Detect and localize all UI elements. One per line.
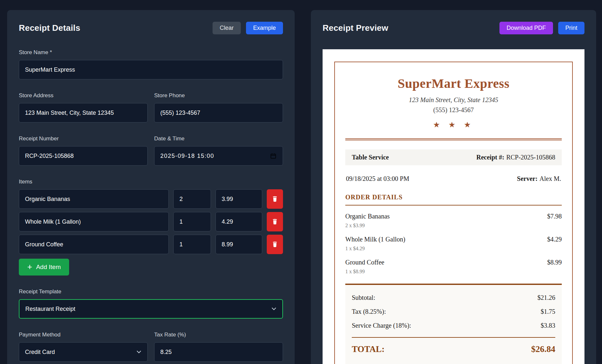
order-details-divider (345, 205, 562, 205)
item-qty-input[interactable] (173, 189, 211, 209)
store-name-label: Store Name * (19, 49, 283, 56)
service-charge-label: Service Charge (18%): (352, 322, 411, 329)
order-details-heading: ORDER DETAILS (345, 194, 562, 201)
item-price-input[interactable] (215, 189, 262, 209)
receipt-item: Whole Milk (1 Gallon) $4.29 1 x $4.29 (345, 236, 562, 252)
receipt-number-input[interactable] (19, 146, 148, 166)
download-pdf-button[interactable]: Download PDF (499, 22, 553, 34)
store-address-field: Store Address (19, 92, 148, 123)
preview-header: Receipt Preview Download PDF Print (323, 22, 584, 34)
item-row (19, 212, 283, 231)
item-qty-input[interactable] (173, 235, 211, 254)
receipt-template-select[interactable]: Restaurant Receipt (19, 299, 283, 319)
tax-rate-field: Tax Rate (%) (154, 332, 283, 362)
app-root: Receipt Details Clear Example Store Name… (0, 0, 602, 364)
store-address-input[interactable] (19, 103, 148, 123)
server-label: Server: (517, 175, 537, 182)
total-amount: $26.84 (531, 344, 555, 354)
delete-item-button[interactable] (267, 235, 283, 254)
item-name-input[interactable] (19, 235, 169, 254)
datetime-label: Date & Time (154, 135, 283, 142)
receipt-frame: SuperMart Express 123 Main Street, City,… (334, 62, 573, 364)
receipt-item-detail: 1 x $4.29 (345, 246, 562, 252)
subtotal-row: Subtotal: $21.26 (352, 294, 555, 301)
datetime-input[interactable] (160, 153, 266, 159)
store-phone-input[interactable] (154, 103, 283, 123)
receipt-preview-panel: Receipt Preview Download PDF Print Super… (311, 10, 596, 364)
chevron-down-icon (271, 307, 276, 311)
items-section: Items (19, 179, 283, 276)
server-line: Server:Alex M. (517, 175, 561, 182)
total-label: TOTAL: (352, 344, 385, 354)
store-phone-label: Store Phone (154, 92, 283, 99)
item-price-input[interactable] (215, 235, 262, 254)
receipt-item-detail: 1 x $8.99 (345, 269, 562, 275)
plus-icon: + (27, 263, 32, 271)
subtotal-amount: $21.26 (537, 294, 555, 301)
item-price-input[interactable] (215, 212, 262, 231)
service-charge-amount: $3.83 (541, 322, 555, 329)
subtotal-label: Subtotal: (352, 294, 375, 301)
payment-method-value: Credit Card (25, 349, 55, 356)
print-button[interactable]: Print (558, 22, 584, 34)
item-qty-input[interactable] (173, 212, 211, 231)
item-row (19, 235, 283, 254)
receipt-template-label: Receipt Template (19, 288, 283, 295)
store-name-field: Store Name * (19, 49, 283, 79)
receipt-details-panel: Receipt Details Clear Example Store Name… (7, 10, 295, 364)
service-band: Table Service Receipt #:RCP-2025-105868 (345, 149, 562, 165)
add-item-button[interactable]: + Add Item (19, 259, 69, 276)
store-name-input[interactable] (19, 60, 283, 79)
example-button[interactable]: Example (246, 22, 283, 34)
total-divider (352, 337, 555, 338)
receipt-item-amount: $7.98 (547, 213, 562, 220)
calendar-icon[interactable] (270, 152, 277, 159)
delete-item-button[interactable] (267, 212, 283, 231)
receipt-item-name: Ground Coffee (345, 259, 384, 266)
receipt-store-name: SuperMart Express (345, 76, 562, 91)
receipt-number-line: Receipt #:RCP-2025-105868 (476, 154, 555, 161)
trash-icon (272, 241, 278, 248)
receipt-item-amount: $8.99 (547, 259, 562, 266)
receipt-datetime: 09/18/2025 at 03:00 PM (346, 175, 409, 182)
double-divider (345, 138, 562, 140)
item-row (19, 189, 283, 209)
receipt-store-address: 123 Main Street, City, State 12345 (345, 96, 562, 104)
details-title: Receipt Details (19, 23, 80, 33)
totals-section: Subtotal: $21.26 Tax (8.25%): $1.75 Serv… (345, 284, 562, 364)
tax-rate-input[interactable] (154, 342, 283, 362)
details-header: Receipt Details Clear Example (19, 22, 283, 34)
receipt-template-value: Restaurant Receipt (25, 306, 75, 312)
payment-method-select[interactable]: Credit Card (19, 342, 148, 362)
receipt-paper: SuperMart Express 123 Main Street, City,… (323, 49, 584, 364)
tax-amount: $1.75 (541, 308, 555, 315)
receipt-item-detail: 2 x $3.99 (345, 223, 562, 229)
item-name-input[interactable] (19, 189, 169, 209)
receipt-number-label: Receipt #: (476, 154, 504, 161)
receipt-store-phone: (555) 123-4567 (345, 106, 562, 114)
receipt-item-name: Whole Milk (1 Gallon) (345, 236, 405, 243)
receipt-item: Ground Coffee $8.99 1 x $8.99 (345, 259, 562, 275)
payment-method-field: Payment Method Credit Card (19, 332, 148, 362)
receipt-item: Organic Bananas $7.98 2 x $3.99 (345, 213, 562, 229)
total-row: TOTAL: $26.84 (352, 344, 555, 354)
receipt-number-value: RCP-2025-105868 (506, 154, 555, 161)
receipt-template-field: Receipt Template Restaurant Receipt (19, 288, 283, 319)
receipt-number-label: Receipt Number (19, 135, 148, 142)
delete-item-button[interactable] (267, 189, 283, 209)
date-server-row: 09/18/2025 at 03:00 PM Server:Alex M. (345, 175, 562, 182)
datetime-field: Date & Time (154, 135, 283, 166)
tax-label: Tax (8.25%): (352, 308, 386, 315)
store-address-label: Store Address (19, 92, 148, 99)
payment-method-label: Payment Method (19, 332, 148, 338)
star-rating: ★ ★ ★ (345, 120, 562, 129)
item-name-input[interactable] (19, 212, 169, 231)
clear-button[interactable]: Clear (213, 22, 241, 34)
receipt-item-name: Organic Bananas (345, 213, 390, 220)
preview-title: Receipt Preview (323, 23, 388, 33)
chevron-down-icon (136, 350, 141, 354)
store-phone-field: Store Phone (154, 92, 283, 123)
tax-row: Tax (8.25%): $1.75 (352, 308, 555, 315)
service-type: Table Service (352, 154, 389, 161)
trash-icon (272, 195, 278, 203)
